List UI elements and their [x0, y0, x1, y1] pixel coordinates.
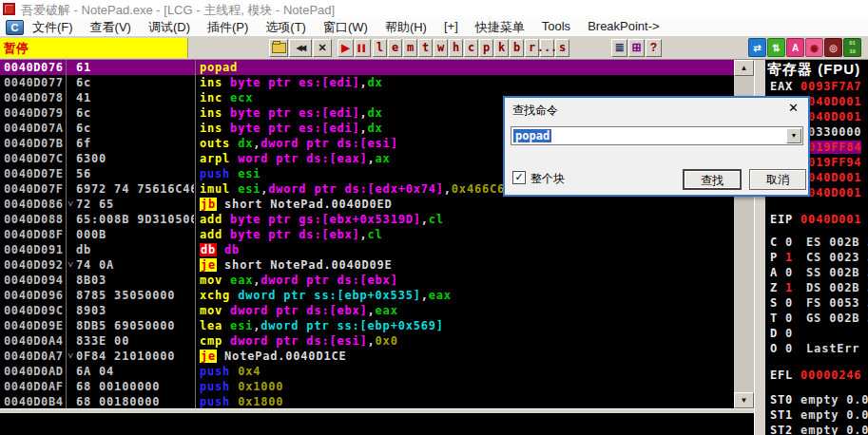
toolbar-letter-k[interactable]: k: [494, 39, 509, 57]
menu-item-3[interactable]: 插件(P): [199, 19, 257, 36]
menu-item-2[interactable]: 调试(D): [140, 19, 199, 36]
flag-row[interactable]: P 1CS 0023 3: [765, 250, 868, 265]
chevron-down-icon[interactable]: ▼: [786, 128, 801, 143]
disasm-row[interactable]: 0040D09C8903mov dword ptr ds:[ebx],eax: [0, 303, 734, 318]
register-row[interactable]: EIP0040D001 N: [765, 212, 868, 227]
register-extra: (: [861, 369, 868, 382]
menu-item-9[interactable]: Tools: [533, 19, 579, 36]
fpu-row[interactable]: ST1 empty 0.0: [765, 407, 868, 423]
jump-marker: [66, 181, 76, 197]
mdi-child-icon[interactable]: C: [6, 20, 24, 35]
toolbar-letter-s[interactable]: s: [555, 39, 569, 57]
updown-arrows-button[interactable]: ⇅: [767, 38, 785, 57]
disasm-instruction: push 0x1000: [194, 379, 283, 394]
menu-item-6[interactable]: 帮助(H): [376, 19, 435, 36]
scroll-down-button[interactable]: ▼: [734, 392, 754, 408]
swap-arrows-button[interactable]: ⇄: [748, 38, 766, 57]
segment-name: GS: [806, 312, 821, 325]
register-row[interactable]: EAX0093F7A7: [765, 79, 868, 94]
toolbar: 暂停 ◀◀✕▶▌▌ lemtwhcpkbr...s ≣⊞? ⇄⇅A◉◎01 10: [0, 36, 868, 60]
flag-row[interactable]: D 0: [765, 326, 868, 341]
jump-marker: [66, 121, 76, 136]
disasm-instruction: jb short NotePad.0040D0ED: [194, 197, 393, 212]
toolbar-letter-l[interactable]: l: [373, 39, 387, 57]
flag-row[interactable]: T 0GS 002B 3: [765, 311, 868, 326]
disasm-row[interactable]: 0040D08F000Badd byte ptr ds:[ebx],cl: [0, 227, 734, 242]
fpu-row[interactable]: ST0 empty 0.0: [765, 392, 868, 407]
toolbar-letter-c[interactable]: c: [464, 39, 478, 57]
disasm-row[interactable]: 0040D086˅72 65jb short NotePad.0040D0ED: [0, 197, 734, 212]
disasm-row[interactable]: 0040D0A7˅0F84 21010000je NotePad.0040D1C…: [0, 349, 734, 364]
search-combobox[interactable]: popad ▼: [511, 126, 803, 145]
flag-row[interactable]: C 0ES 002B 3: [765, 235, 868, 250]
disasm-row[interactable]: 0040D08865:008B 9D310500add byte ptr gs:…: [0, 212, 734, 227]
disasm-address: 0040D0AD: [0, 364, 66, 379]
menu-item-7[interactable]: [+]: [435, 19, 467, 36]
flag-row[interactable]: S 0FS 0053 3: [765, 295, 868, 311]
register-row[interactable]: EFL00000246 (: [765, 368, 868, 383]
restart-button[interactable]: ◀◀: [289, 39, 312, 57]
disasm-row[interactable]: 0040D0948B03mov eax,dword ptr ds:[ebx]: [0, 273, 734, 288]
segment-name: DS: [806, 281, 821, 294]
toolbar-letter-p[interactable]: p: [479, 39, 493, 57]
disasm-row[interactable]: 0040D09E8DB5 69050000lea esi,dword ptr s…: [0, 318, 734, 333]
segment-name: FS: [806, 296, 821, 310]
disasm-address: 0040D096: [0, 288, 66, 303]
menu-item-4[interactable]: 选项(T): [257, 19, 315, 36]
toolbar-letter-e[interactable]: e: [388, 39, 402, 57]
disasm-instruction: je NotePad.0040D1CE: [194, 349, 346, 364]
run-button[interactable]: ▶: [338, 39, 354, 57]
list-button[interactable]: ≣: [611, 39, 627, 57]
find-button[interactable]: 查找: [683, 169, 742, 190]
disasm-row[interactable]: 0040D0AF68 00100000push 0x1000: [0, 379, 734, 394]
toolbar-letter-more[interactable]: ...: [540, 39, 554, 57]
flag-row[interactable]: O 0LastErr E: [765, 341, 868, 356]
toolbar-letter-m[interactable]: m: [403, 39, 417, 57]
pause-button[interactable]: ▌▌: [355, 39, 371, 57]
menu-item-1[interactable]: 查看(V): [82, 19, 140, 36]
disasm-bytes: 6f: [76, 136, 194, 151]
disasm-bytes: 68 00100000: [76, 379, 194, 394]
letter-a-button[interactable]: A: [786, 38, 804, 57]
disasm-row[interactable]: 0040D0AD6A 04push 0x4: [0, 364, 734, 379]
cancel-button[interactable]: 取消: [749, 169, 806, 190]
register-value: 0093F7A7: [800, 80, 861, 93]
disasm-row[interactable]: 0040D07661popad: [0, 60, 734, 75]
menu-item-0[interactable]: 文件(F): [24, 19, 82, 36]
open-file-button[interactable]: [269, 39, 288, 57]
close-button[interactable]: ✕: [313, 39, 332, 57]
record-button[interactable]: ◉: [805, 38, 823, 57]
disasm-row[interactable]: 0040D0A4833E 00cmp dword ptr ds:[esi],0x…: [0, 333, 734, 349]
segment-value: 002B: [821, 312, 859, 325]
search-input-value[interactable]: popad: [513, 129, 551, 142]
spacer: [765, 383, 868, 392]
disasm-row[interactable]: 0040D0968785 35050000xchg dword ptr ss:[…: [0, 288, 734, 303]
flag-row[interactable]: A 0SS 002B 3: [765, 265, 868, 280]
target-button[interactable]: ◎: [824, 38, 842, 57]
fpu-row[interactable]: ST2 empty 0.0: [765, 423, 868, 435]
segment-extra: 3: [859, 296, 868, 310]
disasm-row[interactable]: 0040D091dbdb db: [0, 242, 734, 257]
flag-row[interactable]: Z 1DS 002B 3: [765, 280, 868, 295]
disasm-row[interactable]: 0040D0B468 00180000push 0x1800: [0, 394, 734, 408]
binary-button[interactable]: 01 10: [843, 38, 861, 57]
disasm-bytes: 72 65: [76, 197, 194, 212]
toolbar-letter-t[interactable]: t: [418, 39, 433, 57]
menu-item-10[interactable]: BreakPoint->: [579, 19, 668, 36]
disasm-instruction: push 0x4: [194, 364, 260, 379]
disasm-row[interactable]: 0040D092˅74 0Aje short NotePad.0040D09E: [0, 257, 734, 273]
close-icon[interactable]: ✕: [788, 101, 799, 115]
toolbar-letter-w[interactable]: w: [434, 39, 448, 57]
flag-value: 1: [778, 281, 793, 294]
toolbar-letter-b[interactable]: b: [510, 39, 524, 57]
menu-item-8[interactable]: 快捷菜单: [467, 19, 533, 36]
disasm-row[interactable]: 0040D0776cins byte ptr es:[edi],dx: [0, 75, 734, 90]
disasm-address: 0040D07E: [0, 166, 66, 181]
entire-block-checkbox[interactable]: ✓: [512, 171, 526, 184]
scroll-up-button[interactable]: ▲: [734, 60, 754, 76]
help-button[interactable]: ?: [646, 39, 662, 57]
menu-item-5[interactable]: 窗口(W): [315, 19, 376, 36]
window-button[interactable]: ⊞: [628, 39, 645, 57]
jump-marker: [66, 318, 76, 333]
toolbar-letter-h[interactable]: h: [449, 39, 463, 57]
